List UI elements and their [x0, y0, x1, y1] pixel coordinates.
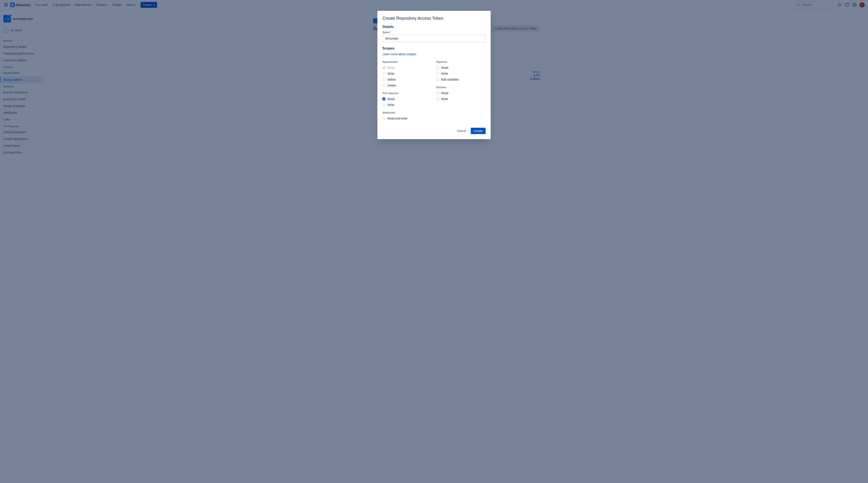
checkbox-label: Admin [388, 78, 396, 81]
scope-pullrequests-title: Pull requests [382, 91, 432, 96]
scope-group-pipelines: Pipelines Read Write Edit variables [436, 59, 486, 83]
name-field-label: Name* [382, 31, 486, 34]
create-token-modal: Create Repository Access Token Details N… [377, 11, 491, 139]
checkbox-pr-read[interactable] [382, 97, 385, 100]
checkbox-label: Write [388, 72, 394, 75]
cancel-button[interactable]: Cancel [454, 128, 469, 134]
checkbox-label: Write [441, 97, 448, 101]
checkbox-pr-write[interactable] [382, 103, 385, 107]
checkbox-label: Edit variables [441, 78, 459, 81]
checkbox-label: Write [388, 103, 394, 107]
scope-group-pull-requests: Pull requests Read Write [382, 91, 432, 108]
checkbox-label: Write [441, 72, 448, 75]
checkbox-pipe-editvars[interactable] [436, 78, 439, 81]
learn-scopes-link[interactable]: Learn more about scopes. [382, 53, 417, 56]
scope-group-repositories: Repositories Read Write Admin [382, 59, 432, 88]
checkbox-webhooks-rw[interactable] [382, 117, 385, 120]
checkbox-label: Read and write [388, 117, 407, 120]
checkbox-label: Read [388, 66, 395, 69]
checkbox-runner-write[interactable] [436, 97, 439, 100]
checkbox-label: Read [388, 97, 395, 101]
name-label-text: Name [382, 31, 390, 34]
scope-runners-title: Runners [436, 85, 486, 90]
scope-repositories-title: Repositories [382, 59, 432, 65]
scope-group-webhooks: Webhooks Read and write [382, 110, 432, 121]
scopes-heading: Scopes [382, 47, 486, 50]
checkbox-repo-delete[interactable] [382, 84, 385, 87]
scope-pipelines-title: Pipelines [436, 59, 486, 65]
checkbox-label: Delete [388, 84, 396, 87]
details-heading: Details [382, 25, 486, 29]
checkbox-pipe-read[interactable] [436, 66, 439, 69]
scope-group-runners: Runners Read Write [436, 85, 486, 102]
modal-title: Create Repository Access Token [382, 16, 486, 21]
modal-blanket[interactable]: Create Repository Access Token Details N… [0, 0, 868, 483]
checkbox-runner-read[interactable] [436, 92, 439, 94]
checkbox-pipe-write[interactable] [436, 72, 439, 75]
checkbox-repo-write[interactable] [382, 72, 385, 75]
checkbox-repo-read [382, 66, 385, 69]
create-token-button[interactable]: Create [471, 128, 486, 134]
scope-webhooks-title: Webhooks [382, 110, 432, 116]
checkbox-label: Read [441, 91, 448, 95]
checkbox-repo-admin[interactable] [382, 78, 385, 81]
checkbox-label: Read [441, 66, 448, 69]
token-name-input[interactable] [382, 35, 486, 42]
